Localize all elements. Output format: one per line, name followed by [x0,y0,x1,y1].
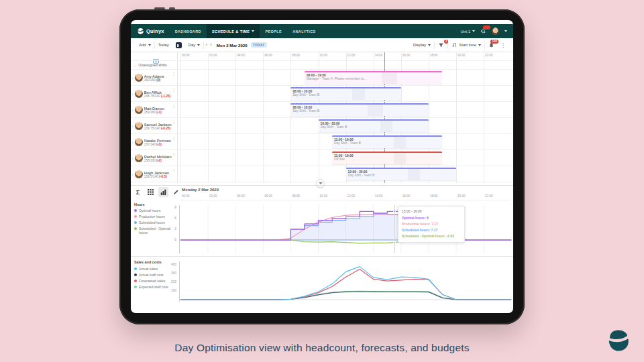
row-options-button[interactable]: ⋮ [172,152,176,156]
time-tick: 14:00 [375,54,383,57]
hours-value: 158/160 [144,159,157,162]
nav-item-dashboard[interactable]: DASHBOARD [170,24,207,38]
employee-cell: ›Natalie Portman137/140 (-3) [131,134,177,150]
chevron-down-icon [472,30,475,32]
quinyx-logo[interactable]: Quinyx [131,27,170,35]
chevron-expand-icon: › [132,76,133,80]
add-button[interactable]: Add [136,43,154,47]
chevron-down-icon [428,44,431,46]
shift-bar[interactable]: 11:00 - 19:00Day Shift - Team B [332,135,442,148]
sum-tool-button[interactable]: Σ [133,187,143,197]
toolbar-right: Display 2 Start time [410,42,508,49]
hours-delta: (-0.25) [161,127,170,130]
chevron-down-icon [504,30,507,32]
edit-tool-button[interactable] [171,187,181,197]
hours-legend-title: Hours [134,202,145,206]
more-options-button[interactable]: ⋮ [498,42,508,48]
filter-button[interactable]: 2 [435,42,447,48]
calendar-icon [176,42,182,48]
hours-delta: (-2) [156,159,161,162]
announcements-button[interactable] [480,28,486,34]
time-tick: 12:00 [347,194,356,198]
today-badge: TODAY [251,42,267,48]
hours-value: 137/140 [144,143,157,146]
y-tick: 100 [162,289,176,292]
time-tick: 00:00 [182,194,190,198]
employee-hours: 159/160 (-1) [144,111,177,114]
legend-label: Optimal hours [139,208,160,213]
shift-title: Day Shift - Team B [334,141,440,145]
time-tick: 20:00 [458,54,466,57]
volume-button [169,7,175,9]
shift-bar[interactable]: 08:00 - 18:00Day Shift - Team B [290,103,429,116]
row-options-button[interactable]: ⋮ [172,103,176,108]
view-mode-select[interactable]: Day [185,43,204,47]
employee-hours: 139.5/140 (-0.5) [144,175,177,178]
employee-avatar [135,138,143,146]
statistics-toolbar: Σ [133,187,181,197]
legend-dot [134,215,137,218]
employee-cell: ›Ben Afflick138.75/140 (-1.25) [131,86,177,102]
chevron-down-icon [197,44,200,46]
nav-item-schedule-time[interactable]: SCHEDULE & TIME [207,24,260,38]
grid-icon [148,189,154,195]
today-button[interactable]: Today [155,43,172,47]
legend-label: Actual staff cost [139,273,164,277]
add-label: Add [139,43,146,47]
legend-item: Actual sales [134,267,177,271]
hours-value: 139.5/140 [144,175,160,178]
shift-bar[interactable]: 08:00 - 16:00Day Shift - Team B [290,87,400,100]
row-options-button[interactable]: ⋮ [172,135,176,140]
hours-delta: (-1) [156,111,161,114]
shift-bar[interactable]: 12:00 - 20:00Day Shift - Team B [346,168,456,180]
employee-avatar [135,106,143,114]
tooltip-anchor-dot [393,210,396,213]
nav-item-analytics[interactable]: ANALYTICS [287,24,321,38]
table-tool-button[interactable] [146,187,156,197]
employee-avatar [135,122,143,130]
row-options-button[interactable]: ⋮ [172,168,176,172]
shift-bar[interactable]: 10:00 - 18:00Day Shift - Team B [319,119,429,132]
nav-item-people[interactable]: PEOPLE [260,24,287,38]
volume-button [154,7,165,9]
time-tick: 18:00 [430,54,438,57]
employee-row[interactable]: ›Natalie Portman137/140 (-3)⋮ [131,134,513,150]
employee-hours: 158/160 (-2) [144,159,177,162]
prev-day-button[interactable]: ‹ [204,42,209,48]
alerts-button[interactable]: 130 [485,42,498,48]
legend-dot [134,280,137,282]
shift-bar[interactable]: 09:00 - 19:00Manager - Team A -Please re… [305,71,443,84]
sort-button[interactable]: Start time [448,42,484,48]
legend-dot [134,227,137,230]
schedule-toolbar: Add Today Day ‹ › Mon 2 Mar 2020 TODAY D… [131,38,513,52]
time-tick: 02:00 [209,54,217,57]
divider [131,185,513,186]
time-tick: 06:00 [264,54,272,57]
row-options-button[interactable]: ⋮ [172,71,176,76]
shift-bar[interactable]: 11:00 - 19:00Off Site [332,152,442,164]
next-day-button[interactable]: › [209,42,213,48]
unit-selector[interactable]: Unit 1 [461,29,475,34]
calendar-button[interactable] [172,42,185,48]
brand-name: Quinyx [146,28,164,34]
row-options-button[interactable]: ⋮ [172,87,176,92]
pencil-icon [173,189,179,195]
nav-item-label: SCHEDULE & TIME [212,29,250,34]
employee-row[interactable]: ›Rachel McAdam158/160 (-2)⋮ [131,150,513,166]
y-tick: 6 [162,217,176,220]
user-avatar[interactable] [492,27,499,35]
chart-tool-button[interactable] [158,187,168,197]
employee-avatar [135,154,143,162]
display-button[interactable]: Display [410,43,435,47]
tablet-device: Quinyx DASHBOARDSCHEDULE & TIMEPEOPLEANA… [119,9,525,324]
tooltip-row: Productive hours: 7.17 [402,221,461,227]
legend-item: Scheduled hours [134,221,177,225]
shift-title: Day Shift - Team B [292,109,427,113]
row-options-button[interactable]: ⋮ [172,119,176,124]
image-caption: Day Optimisation view with headcount, fo… [0,342,644,354]
y-tick: 9 [162,206,176,209]
employee-avatar [135,90,143,98]
employee-avatar [135,74,143,82]
sales-chart [180,261,512,302]
time-tick: 20:00 [458,194,466,198]
